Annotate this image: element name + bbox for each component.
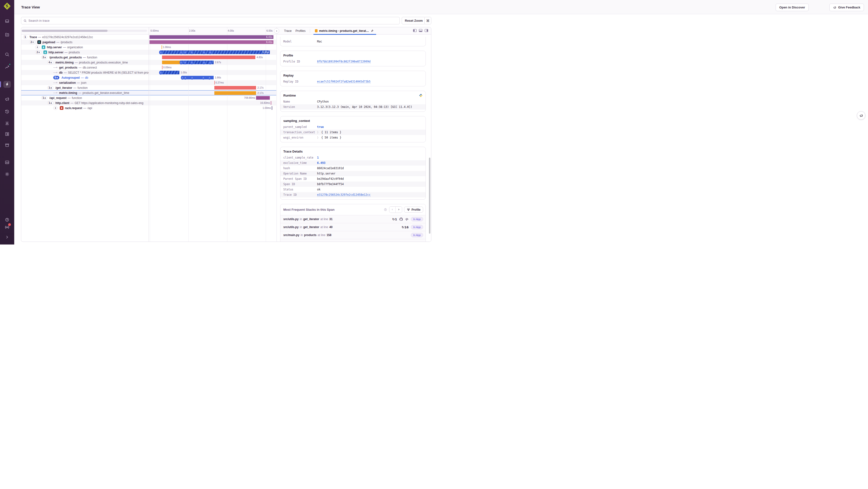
help-icon[interactable] xyxy=(383,208,387,211)
expand-collapse-chip[interactable]: 2+ xyxy=(29,40,35,44)
duration-tick[interactable] xyxy=(272,106,272,110)
gear-icon[interactable] xyxy=(5,172,10,177)
command-shortcut-button[interactable]: ⌘ xyxy=(424,17,431,24)
span-row[interactable]: 1∧http.client—GET https://application-mo… xyxy=(21,100,276,106)
span-op: /api_request xyxy=(50,96,66,100)
layout-right-icon[interactable] xyxy=(425,29,428,33)
archive-box-icon[interactable] xyxy=(5,143,10,148)
stack-frame-row[interactable]: src/main.pyinproductsat line158In App xyxy=(280,231,426,239)
prev-stack-button[interactable] xyxy=(390,207,396,213)
duration-bar[interactable] xyxy=(214,91,256,95)
layout-bottom-icon[interactable] xyxy=(419,29,423,33)
stack-frame-row[interactable]: src/utils.pyinget_iteratorat line40↻16In… xyxy=(280,223,426,231)
span-row[interactable]: 4∧metric.timing—products.get_products.ex… xyxy=(21,60,276,65)
value-link[interactable]: e31278c256524c3297e2cd12458e12cc xyxy=(317,193,371,197)
span-description: function xyxy=(78,86,88,90)
expand-collapse-chip[interactable]: + xyxy=(53,106,58,110)
umbrella-arrow-icon[interactable] xyxy=(405,218,409,221)
frame-file: src/utils.py xyxy=(283,225,299,229)
span-row[interactable]: 1∧/api_request—function709.80ms xyxy=(21,95,276,100)
expand-chevron-icon[interactable]: 〉 xyxy=(317,131,320,134)
called-from-row[interactable]: Called from:flask/app.pyinFlask.dispatch… xyxy=(280,239,426,241)
leaf-connector xyxy=(53,92,57,94)
next-stack-button[interactable] xyxy=(396,207,402,213)
span-row[interactable]: +rack.request—/api1.00ms xyxy=(21,106,276,111)
history-clock-icon[interactable] xyxy=(5,109,10,114)
expand-chevron-icon[interactable]: 〉 xyxy=(317,136,320,140)
value-link[interactable]: 8fb7bb1891994f8c862f206e8722009d xyxy=(317,60,371,63)
tab-active-span[interactable]: metric.timing - products.get_iterat… xyxy=(312,27,376,34)
code-folder-icon[interactable] xyxy=(5,32,10,37)
span-row[interactable]: get_products—db.connect0.09ms xyxy=(21,65,276,70)
search-icon[interactable] xyxy=(5,52,10,57)
search-input[interactable] xyxy=(28,19,397,23)
details-scrollbar-thumb[interactable] xyxy=(429,157,430,234)
partial-card: ModelMac xyxy=(280,37,426,46)
span-row[interactable]: 1∧/get_iterator—function2.17s xyxy=(21,85,276,90)
span-row[interactable]: 2+pageload—/products6.41s xyxy=(21,39,276,45)
expand-collapse-chip[interactable]: 1∧ xyxy=(47,101,53,105)
flask-icon xyxy=(42,46,45,49)
duration-bar[interactable] xyxy=(162,61,214,64)
sentry-logo[interactable] xyxy=(3,2,11,10)
warning-icon: ⚠ xyxy=(180,61,183,64)
chart-trend-icon[interactable] xyxy=(5,64,10,69)
expand-collapse-chip[interactable]: 1∧ xyxy=(47,86,53,90)
expand-collapse-chip[interactable]: 4∧ xyxy=(47,61,53,64)
frame-line-number: 158 xyxy=(327,233,331,237)
expand-collapse-chip[interactable]: + xyxy=(35,46,39,49)
duration-tick[interactable] xyxy=(161,46,162,49)
span-row[interactable]: +http.server—organization1.00ms xyxy=(21,45,276,50)
frame-line-number: 31 xyxy=(329,218,333,221)
span-details-panel: ModelMacProfileProfile ID8fb7bb1891994f8… xyxy=(277,34,431,241)
span-row[interactable]: metric.timing—products.get_iterator.exec… xyxy=(21,90,276,95)
duration-tick[interactable] xyxy=(162,66,162,69)
expand-collapse-chip[interactable]: 1∧ xyxy=(41,96,47,100)
tab-trace[interactable]: Trace xyxy=(282,29,294,33)
layout-grid-icon[interactable] xyxy=(5,132,10,137)
span-row[interactable]: 1Trace—e31278c256524c3297e2cd12458e12cc6… xyxy=(21,34,276,39)
expand-collapse-chip[interactable]: 2∨ xyxy=(35,51,41,54)
duration-tick[interactable] xyxy=(214,81,215,84)
layout-left-icon[interactable] xyxy=(413,29,416,33)
expand-collapse-chip[interactable]: 2∧ xyxy=(41,56,47,59)
tree-horizontal-scrollbar[interactable] xyxy=(22,30,147,32)
span-row[interactable]: 5∨Autogrouped—db1.66s⚠⚠⚠⚠⚠ xyxy=(21,75,276,80)
profile-card: ProfileProfile ID8fb7bb1891994f8c862f206… xyxy=(280,51,426,66)
span-row[interactable]: 2∧/products.get_products—function4.83s xyxy=(21,55,276,60)
profile-button[interactable]: Profile xyxy=(404,207,423,213)
duration-bar[interactable] xyxy=(256,96,270,100)
github-icon[interactable] xyxy=(399,218,403,221)
bar-stats-icon[interactable] xyxy=(5,160,10,165)
span-row[interactable]: 2∨http.server—products5.55s⚠⚠⚠⚠⚠⚠ xyxy=(21,50,276,55)
card-title: sampling_context xyxy=(280,116,426,124)
span-row[interactable]: serialization—json0.27ms xyxy=(21,80,276,85)
duration-bar[interactable]: 6.41s xyxy=(150,35,273,39)
search-bar[interactable] xyxy=(21,17,400,24)
reset-zoom-button[interactable]: Reset Zoom xyxy=(402,17,426,24)
duration-bar[interactable]: 5.55s xyxy=(160,51,270,54)
duration-bar[interactable] xyxy=(214,86,256,90)
tab-profiles[interactable]: Profiles xyxy=(294,29,308,33)
siren-icon[interactable] xyxy=(5,121,10,126)
key-label: wsgi_environ xyxy=(283,136,317,139)
collapse-chevron-icon[interactable] xyxy=(5,235,10,240)
value-link[interactable]: ecae7c51f0024f2fa82e6314045d73b5 xyxy=(317,80,371,84)
duration-tick[interactable] xyxy=(271,101,271,105)
help-icon[interactable] xyxy=(5,217,10,222)
expand-collapse-chip[interactable]: 1 xyxy=(23,35,27,39)
panel-collapse-button[interactable] xyxy=(274,28,279,33)
span-op: metric.timing xyxy=(56,61,73,64)
megaphone-icon[interactable] xyxy=(5,96,10,102)
tree-scrollbar-thumb[interactable] xyxy=(22,30,107,32)
duration-bar[interactable] xyxy=(162,56,255,59)
duration-bar[interactable] xyxy=(160,71,179,74)
inbox-icon[interactable] xyxy=(5,19,10,24)
stack-frame-row[interactable]: src/utils.pyinget_iteratorat line31↻1In … xyxy=(280,215,426,223)
duration-label: 5.55s xyxy=(262,51,269,54)
expand-collapse-chip[interactable]: 5∨ xyxy=(53,76,59,79)
lightning-icon[interactable] xyxy=(5,82,10,87)
pin-icon[interactable] xyxy=(370,29,374,33)
duration-bar[interactable]: 6.41s xyxy=(150,40,273,44)
span-row[interactable]: db—SELECT * FROM products WHERE id IN (S… xyxy=(21,70,276,75)
